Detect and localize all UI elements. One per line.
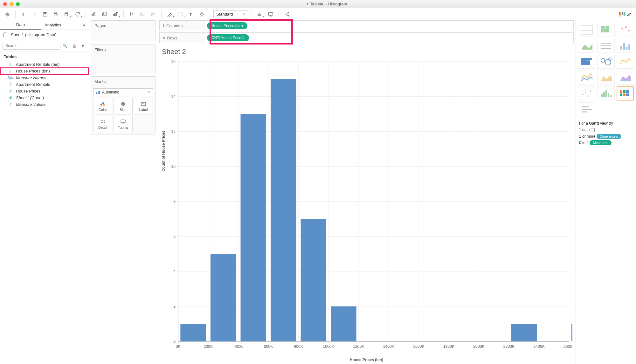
- new-datasource-button[interactable]: [51, 10, 61, 19]
- svg-point-35: [288, 15, 289, 16]
- show-me-thumb[interactable]: [578, 71, 595, 85]
- svg-point-9: [65, 12, 68, 14]
- autoupdate-button[interactable]: ▼: [73, 10, 82, 19]
- search-input[interactable]: [3, 42, 60, 50]
- show-me-thumb[interactable]: [578, 23, 595, 37]
- svg-rect-107: [571, 324, 572, 341]
- columns-pill[interactable]: House Prices (bin): [207, 22, 247, 29]
- x-axis-label: House Prices (bin): [157, 356, 576, 364]
- swap-axes-button[interactable]: [127, 10, 136, 19]
- tab-data[interactable]: Data: [0, 20, 41, 30]
- duplicate-sheet-button[interactable]: [100, 10, 109, 19]
- svg-text:0K: 0K: [176, 344, 181, 349]
- marks-card: Marks Automatic ▼ ColorSizeTLabelDetailT…: [91, 76, 156, 134]
- svg-text:16: 16: [171, 59, 176, 64]
- forward-button[interactable]: [30, 10, 39, 19]
- mark-color-button[interactable]: Color: [93, 98, 112, 114]
- marks-type-dropdown[interactable]: Automatic ▼: [93, 88, 153, 96]
- svg-text:800K: 800K: [294, 344, 303, 349]
- sort-asc-button[interactable]: [138, 10, 147, 19]
- field-item[interactable]: #Measure Values: [0, 101, 89, 108]
- svg-point-38: [100, 104, 102, 106]
- mark-tooltip-button[interactable]: Tooltip: [114, 116, 133, 132]
- svg-rect-4: [43, 12, 47, 16]
- refresh-datasource-button[interactable]: ▼: [62, 10, 72, 19]
- svg-text:T: T: [142, 103, 144, 106]
- svg-text:+: +: [584, 88, 586, 91]
- svg-rect-21: [141, 14, 143, 15]
- rows-pill[interactable]: CNT(House Prices): [207, 34, 249, 41]
- presentation-mode-button[interactable]: [266, 10, 275, 19]
- rows-shelf[interactable]: ≡Rows CNT(House Prices): [159, 32, 574, 43]
- svg-rect-30: [268, 12, 273, 15]
- mark-label-button[interactable]: TLabel: [134, 98, 153, 114]
- chart[interactable]: Count of House Prices 02468101214160K200…: [162, 58, 572, 356]
- new-worksheet-button[interactable]: [89, 10, 99, 19]
- svg-rect-24: [151, 14, 154, 15]
- show-me-thumb[interactable]: [597, 39, 615, 53]
- svg-text:2: 2: [173, 304, 176, 309]
- fit-dropdown[interactable]: Standard▼: [213, 10, 248, 18]
- filters-shelf[interactable]: Filters: [91, 45, 156, 73]
- clear-sheet-button[interactable]: ▼: [111, 10, 120, 19]
- svg-line-37: [286, 14, 288, 15]
- minimize-window-icon[interactable]: [10, 2, 13, 6]
- show-me-thumb[interactable]: [617, 23, 634, 37]
- sort-desc-button[interactable]: [149, 10, 158, 19]
- highlight-button[interactable]: ▼: [165, 10, 174, 19]
- group-button[interactable]: ▼: [176, 10, 185, 19]
- field-item[interactable]: #Sheet1 (Count): [0, 94, 89, 101]
- zoom-window-icon[interactable]: [16, 2, 20, 6]
- show-me-thumb[interactable]: [617, 55, 634, 69]
- close-window-icon[interactable]: [3, 2, 7, 6]
- tableau-logo-button[interactable]: [3, 10, 12, 19]
- field-item[interactable]: #House Prices: [0, 88, 89, 94]
- share-button[interactable]: [282, 10, 292, 19]
- pin-button[interactable]: [197, 10, 207, 19]
- svg-rect-143: [623, 90, 626, 93]
- show-labels-button[interactable]: T: [186, 10, 196, 19]
- svg-text:1400K: 1400K: [383, 344, 395, 349]
- mark-size-button[interactable]: Size: [114, 98, 133, 114]
- svg-point-132: [582, 94, 584, 95]
- field-item[interactable]: ⫴.Apartment Rentals (bin): [0, 61, 89, 68]
- svg-point-135: [590, 90, 591, 92]
- mark-detail-button[interactable]: Detail: [93, 116, 112, 132]
- columns-shelf[interactable]: ⦀Columns House Prices (bin): [159, 20, 574, 31]
- columns-icon: ⦀: [163, 23, 164, 28]
- svg-point-46: [102, 120, 103, 121]
- show-me-thumb[interactable]: [578, 55, 595, 69]
- show-me-thumb[interactable]: [597, 55, 615, 69]
- sheet-title[interactable]: Sheet 2: [157, 43, 576, 58]
- svg-rect-101: [211, 254, 236, 341]
- data-pane-menu-icon[interactable]: ▼: [80, 43, 86, 49]
- view-toggle-icon[interactable]: ▥: [71, 43, 78, 49]
- window-controls[interactable]: [3, 2, 20, 6]
- show-me-thumb[interactable]: [597, 23, 615, 37]
- field-item[interactable]: #Apartment Rentals: [0, 81, 89, 88]
- svg-rect-16: [115, 13, 115, 16]
- show-me-thumb[interactable]: [578, 102, 595, 116]
- show-me-thumb[interactable]: +: [578, 86, 595, 100]
- show-me-toggle[interactable]: Sh: [616, 10, 634, 18]
- save-button[interactable]: [40, 10, 50, 19]
- svg-rect-51: [121, 120, 125, 123]
- svg-rect-121: [620, 46, 622, 50]
- show-me-thumb[interactable]: [617, 71, 634, 85]
- show-me-thumb[interactable]: [617, 86, 634, 100]
- show-me-thumb[interactable]: [617, 39, 634, 53]
- show-me-thumb[interactable]: [597, 86, 615, 100]
- svg-rect-124: [628, 45, 630, 50]
- datasource-item[interactable]: Sheet1 (Histogram Data): [0, 30, 89, 40]
- show-me-thumb[interactable]: [597, 71, 615, 85]
- field-item[interactable]: ⫴.House Prices (bin): [0, 68, 89, 74]
- back-button[interactable]: [19, 10, 28, 19]
- tab-analytics[interactable]: Analytics◆: [41, 20, 89, 30]
- pages-shelf[interactable]: Pages: [91, 20, 156, 41]
- svg-rect-25: [151, 15, 153, 16]
- show-me-thumb[interactable]: [578, 39, 595, 53]
- svg-text:1600K: 1600K: [413, 344, 425, 349]
- show-hide-cards-button[interactable]: ▼: [255, 10, 265, 19]
- svg-rect-100: [180, 324, 206, 341]
- field-item[interactable]: AbcMeasure Names: [0, 74, 89, 81]
